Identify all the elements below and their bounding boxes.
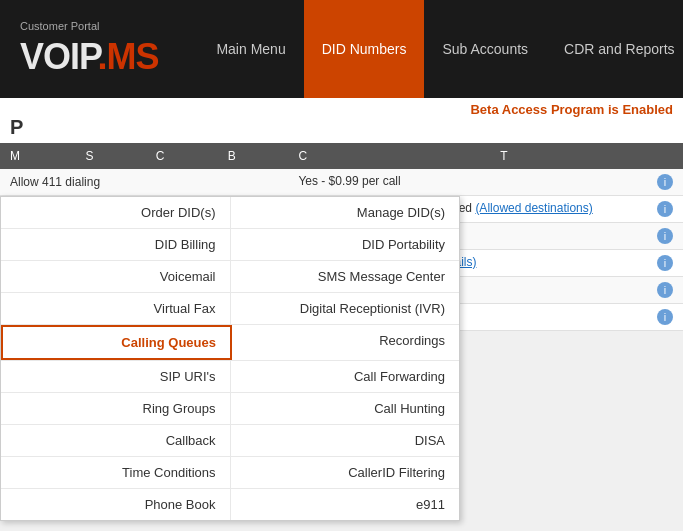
header: Customer Portal VOIP.MS Main Menu DID Nu… [0,0,683,98]
col-header-m: M [0,143,75,169]
customer-portal-label: Customer Portal [20,20,158,32]
info-icon-voicemail[interactable]: i [657,309,673,325]
beta-notice: Beta Access Program is Enabled [470,102,673,117]
dropdown-disa[interactable]: DISA [231,425,460,456]
nav-cdr-reports[interactable]: CDR and Reports [546,0,683,98]
main-nav: Main Menu DID Numbers Sub Accounts CDR a… [198,0,683,98]
col-header-b: B [218,143,289,169]
dropdown-digital-receptionist[interactable]: Digital Receptionist (IVR) [231,293,460,324]
dropdown-e911[interactable]: e911 [231,489,460,520]
dropdown-callback[interactable]: Callback [1,425,231,456]
logo-area: Customer Portal VOIP.MS [20,20,158,78]
logo-ms: MS [106,36,158,77]
dropdown-phone-book[interactable]: Phone Book [1,489,231,520]
did-dropdown-menu: Order DID(s) Manage DID(s) DID Billing D… [0,196,460,521]
logo-voip: VOIP [20,36,97,77]
row-label-411: Allow 411 dialing [0,169,288,196]
logo: VOIP.MS [20,36,158,78]
info-icon-dest[interactable]: i [657,255,673,271]
row-value-411: Yes - $0.99 per call i [288,169,683,196]
dropdown-row-9: Phone Book e911 [1,489,459,520]
dropdown-sms-message-center[interactable]: SMS Message Center [231,261,460,292]
nav-sub-accounts[interactable]: Sub Accounts [424,0,546,98]
dropdown-ring-groups[interactable]: Ring Groups [1,393,231,424]
col-header-t: T [490,143,683,169]
dropdown-calling-queues[interactable]: Calling Queues [1,325,232,360]
dropdown-order-dids[interactable]: Order DID(s) [1,197,231,228]
allowed-destinations-link[interactable]: (Allowed destinations) [475,201,592,215]
info-icon-callerid[interactable]: i [657,282,673,298]
dropdown-row-2: Voicemail SMS Message Center [1,261,459,293]
nav-main-menu[interactable]: Main Menu [198,0,303,98]
dropdown-row-7: Callback DISA [1,425,459,457]
dropdown-row-4: Calling Queues Recordings [1,325,459,361]
dropdown-callerid-filtering[interactable]: CallerID Filtering [231,457,460,488]
table-row: Allow 411 dialing Yes - $0.99 per call i [0,169,683,196]
dropdown-time-conditions[interactable]: Time Conditions [1,457,231,488]
nav-did-numbers[interactable]: DID Numbers [304,0,425,98]
col-header-c: C [146,143,218,169]
dropdown-virtual-fax[interactable]: Virtual Fax [1,293,231,324]
dropdown-did-billing[interactable]: DID Billing [1,229,231,260]
col-header-c2: C [288,143,490,169]
dropdown-manage-dids[interactable]: Manage DID(s) [231,197,460,228]
dropdown-row-8: Time Conditions CallerID Filtering [1,457,459,489]
info-icon-411[interactable]: i [657,174,673,190]
main-content: Order DID(s) Manage DID(s) DID Billing D… [0,98,683,331]
dropdown-did-portability[interactable]: DID Portability [231,229,460,260]
dropdown-row-1: DID Billing DID Portability [1,229,459,261]
dropdown-sip-uris[interactable]: SIP URI's [1,361,231,392]
dropdown-row-6: Ring Groups Call Hunting [1,393,459,425]
info-icon-intl[interactable]: i [657,201,673,217]
dropdown-row-0: Order DID(s) Manage DID(s) [1,197,459,229]
col-header-s: S [75,143,145,169]
dropdown-voicemail[interactable]: Voicemail [1,261,231,292]
dropdown-call-hunting[interactable]: Call Hunting [231,393,460,424]
dropdown-recordings[interactable]: Recordings [232,325,459,360]
dropdown-row-3: Virtual Fax Digital Receptionist (IVR) [1,293,459,325]
page-title-letter: P [10,116,23,139]
dropdown-row-5: SIP URI's Call Forwarding [1,361,459,393]
info-icon-routing[interactable]: i [657,228,673,244]
dropdown-call-forwarding[interactable]: Call Forwarding [231,361,460,392]
